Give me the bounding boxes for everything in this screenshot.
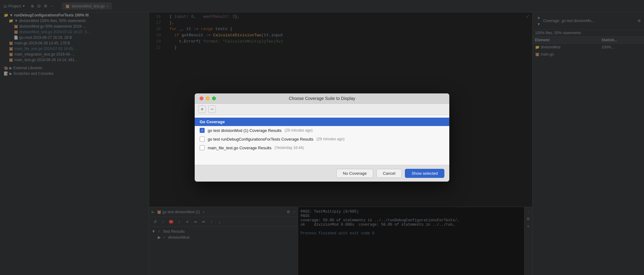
remove-suite-button[interactable]: − [208,106,216,113]
show-selected-button[interactable]: Show selected [405,169,444,178]
coverage-suite-modal: Choose Coverage Suite to Display + − Go … [195,93,449,182]
modal-title-bar: Choose Coverage Suite to Display [195,93,449,104]
coverage-list-item-3[interactable]: main_file_test.go Coverage Results (Yest… [195,143,449,152]
coverage-list-item-2[interactable]: go test runDebugConfigurationsForTests C… [195,135,449,143]
add-suite-button[interactable]: + [198,106,206,113]
modal-toolbar: + − [195,104,449,115]
item-3-timestamp: (Yesterday 16:44) [274,146,304,150]
coverage-list-item-1[interactable]: go test divisionMod (1) Coverage Results… [195,126,449,135]
modal-list: Go Coverage go test divisionMod (1) Cove… [195,115,449,165]
go-coverage-section-header: Go Coverage [195,118,449,126]
modal-title: Choose Coverage Suite to Display [289,96,355,101]
traffic-light-red[interactable] [200,97,203,100]
item-1-timestamp: (29 minutes ago) [285,128,313,133]
checkbox-item-3[interactable] [200,145,205,150]
item-1-label: go test divisionMod (1) Coverage Results [208,128,282,133]
modal-footer: No Coverage Cancel Show selected [195,165,449,182]
checkbox-item-1[interactable] [200,128,205,133]
item-3-label: main_file_test.go Coverage Results [208,146,271,150]
modal-overlay: Choose Coverage Suite to Display + − Go … [0,0,644,275]
checkbox-item-2[interactable] [200,137,205,142]
item-2-timestamp: (29 minutes ago) [316,137,344,141]
cancel-button[interactable]: Cancel [376,169,402,178]
traffic-light-green[interactable] [212,97,216,100]
item-2-label: go test runDebugConfigurationsForTests C… [208,137,313,142]
traffic-light-yellow[interactable] [206,97,210,100]
no-coverage-button[interactable]: No Coverage [336,169,373,178]
